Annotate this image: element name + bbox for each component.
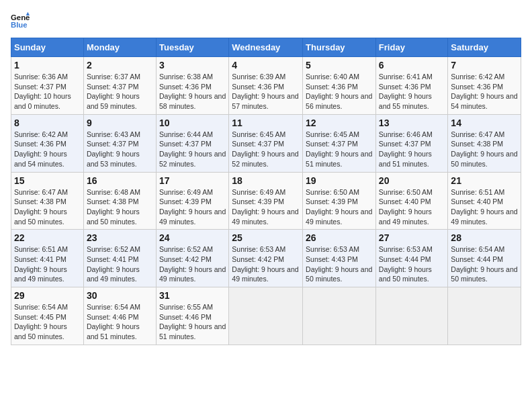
- daylight-label: Daylight: 9 hours and 51 minutes.: [87, 322, 140, 340]
- daylight-label: Daylight: 9 hours and 57 minutes.: [232, 92, 298, 110]
- day-info: Sunrise: 6:52 AM Sunset: 4:41 PM Dayligh…: [87, 244, 153, 284]
- sunset-label: Sunset: 4:36 PM: [232, 83, 284, 91]
- day-info: Sunrise: 6:55 AM Sunset: 4:46 PM Dayligh…: [159, 302, 226, 342]
- day-number: 28: [451, 232, 518, 243]
- day-info: Sunrise: 6:53 AM Sunset: 4:43 PM Dayligh…: [306, 244, 373, 284]
- day-info: Sunrise: 6:50 AM Sunset: 4:40 PM Dayligh…: [379, 187, 445, 227]
- daylight-label: Daylight: 9 hours and 51 minutes.: [379, 150, 432, 168]
- sunrise-label: Sunrise: 6:44 AM: [159, 130, 213, 138]
- sunrise-label: Sunrise: 6:52 AM: [87, 245, 140, 253]
- sunrise-label: Sunrise: 6:51 AM: [451, 188, 504, 196]
- day-info: Sunrise: 6:49 AM Sunset: 4:39 PM Dayligh…: [159, 187, 226, 227]
- day-number: 30: [87, 290, 153, 301]
- day-cell: 11 Sunrise: 6:45 AM Sunset: 4:37 PM Dayl…: [229, 114, 303, 172]
- sunset-label: Sunset: 4:36 PM: [306, 83, 358, 91]
- sunset-label: Sunset: 4:41 PM: [14, 255, 66, 263]
- day-number: 15: [14, 175, 81, 186]
- day-number: 16: [87, 175, 153, 186]
- day-number: 14: [451, 118, 518, 128]
- day-cell: 5 Sunrise: 6:40 AM Sunset: 4:36 PM Dayli…: [303, 57, 376, 115]
- day-cell: 12 Sunrise: 6:45 AM Sunset: 4:37 PM Dayl…: [303, 114, 376, 172]
- day-number: 25: [232, 232, 300, 243]
- day-cell: 28 Sunrise: 6:54 AM Sunset: 4:44 PM Dayl…: [448, 230, 521, 287]
- daylight-label: Daylight: 9 hours and 49 minutes.: [379, 208, 432, 226]
- day-info: Sunrise: 6:48 AM Sunset: 4:38 PM Dayligh…: [87, 187, 153, 227]
- sunrise-label: Sunrise: 6:40 AM: [306, 73, 359, 81]
- sunrise-label: Sunrise: 6:36 AM: [14, 73, 68, 81]
- week-row-2: 8 Sunrise: 6:42 AM Sunset: 4:36 PM Dayli…: [11, 114, 521, 172]
- daylight-label: Daylight: 9 hours and 49 minutes.: [306, 208, 372, 226]
- sunrise-label: Sunrise: 6:53 AM: [232, 245, 285, 253]
- sunset-label: Sunset: 4:44 PM: [451, 255, 503, 263]
- day-number: 22: [14, 232, 81, 243]
- sunset-label: Sunset: 4:37 PM: [232, 140, 284, 148]
- sunrise-label: Sunrise: 6:37 AM: [87, 73, 140, 81]
- sunset-label: Sunset: 4:38 PM: [451, 140, 503, 148]
- day-info: Sunrise: 6:45 AM Sunset: 4:37 PM Dayligh…: [232, 130, 300, 169]
- sunrise-label: Sunrise: 6:53 AM: [306, 245, 359, 253]
- sunset-label: Sunset: 4:40 PM: [379, 197, 431, 205]
- day-info: Sunrise: 6:54 AM Sunset: 4:46 PM Dayligh…: [87, 302, 153, 342]
- daylight-label: Daylight: 9 hours and 50 minutes.: [451, 265, 517, 283]
- calendar-body: 1 Sunrise: 6:36 AM Sunset: 4:37 PM Dayli…: [11, 57, 521, 345]
- day-cell: 30 Sunrise: 6:54 AM Sunset: 4:46 PM Dayl…: [83, 287, 156, 345]
- day-cell: 10 Sunrise: 6:44 AM Sunset: 4:37 PM Dayl…: [157, 114, 229, 172]
- day-info: Sunrise: 6:45 AM Sunset: 4:37 PM Dayligh…: [306, 130, 373, 169]
- sunset-label: Sunset: 4:42 PM: [232, 255, 284, 263]
- daylight-label: Daylight: 9 hours and 50 minutes.: [14, 322, 67, 340]
- day-info: Sunrise: 6:41 AM Sunset: 4:36 PM Dayligh…: [379, 72, 445, 111]
- day-cell: 14 Sunrise: 6:47 AM Sunset: 4:38 PM Dayl…: [448, 114, 521, 172]
- sunset-label: Sunset: 4:39 PM: [159, 197, 212, 205]
- daylight-label: Daylight: 9 hours and 54 minutes.: [14, 150, 67, 168]
- sunset-label: Sunset: 4:40 PM: [451, 197, 503, 205]
- daylight-label: Daylight: 9 hours and 56 minutes.: [306, 92, 372, 110]
- sunrise-label: Sunrise: 6:38 AM: [159, 73, 213, 81]
- sunrise-label: Sunrise: 6:41 AM: [379, 73, 433, 81]
- logo-icon: General Blue: [11, 11, 30, 30]
- day-cell: 15 Sunrise: 6:47 AM Sunset: 4:38 PM Dayl…: [11, 172, 84, 230]
- sunrise-label: Sunrise: 6:53 AM: [379, 245, 433, 253]
- day-cell: [303, 287, 376, 345]
- day-number: 23: [87, 232, 153, 243]
- sunset-label: Sunset: 4:44 PM: [379, 255, 431, 263]
- column-header-wednesday: Wednesday: [229, 38, 303, 57]
- day-cell: 24 Sunrise: 6:52 AM Sunset: 4:42 PM Dayl…: [157, 230, 229, 287]
- daylight-label: Daylight: 9 hours and 50 minutes.: [14, 208, 67, 226]
- day-number: 21: [451, 175, 518, 186]
- day-cell: 21 Sunrise: 6:51 AM Sunset: 4:40 PM Dayl…: [448, 172, 521, 230]
- day-cell: 25 Sunrise: 6:53 AM Sunset: 4:42 PM Dayl…: [229, 230, 303, 287]
- daylight-label: Daylight: 9 hours and 49 minutes.: [14, 265, 67, 283]
- day-number: 27: [379, 232, 445, 243]
- sunrise-label: Sunrise: 6:45 AM: [306, 130, 359, 138]
- day-cell: 7 Sunrise: 6:42 AM Sunset: 4:36 PM Dayli…: [448, 57, 521, 115]
- daylight-label: Daylight: 9 hours and 49 minutes.: [232, 265, 298, 283]
- daylight-label: Daylight: 9 hours and 49 minutes.: [159, 208, 226, 226]
- daylight-label: Daylight: 9 hours and 50 minutes.: [379, 265, 432, 283]
- day-cell: [375, 287, 448, 345]
- column-header-saturday: Saturday: [448, 38, 521, 57]
- sunset-label: Sunset: 4:39 PM: [232, 197, 284, 205]
- day-cell: 26 Sunrise: 6:53 AM Sunset: 4:43 PM Dayl…: [303, 230, 376, 287]
- sunrise-label: Sunrise: 6:54 AM: [87, 303, 140, 311]
- day-info: Sunrise: 6:47 AM Sunset: 4:38 PM Dayligh…: [451, 130, 518, 169]
- day-info: Sunrise: 6:36 AM Sunset: 4:37 PM Dayligh…: [14, 72, 81, 111]
- sunrise-label: Sunrise: 6:47 AM: [14, 188, 68, 196]
- sunrise-label: Sunrise: 6:47 AM: [451, 130, 504, 138]
- sunset-label: Sunset: 4:46 PM: [87, 313, 139, 321]
- sunset-label: Sunset: 4:41 PM: [87, 255, 139, 263]
- day-cell: 27 Sunrise: 6:53 AM Sunset: 4:44 PM Dayl…: [375, 230, 448, 287]
- day-number: 10: [159, 118, 226, 128]
- sunset-label: Sunset: 4:42 PM: [159, 255, 212, 263]
- daylight-label: Daylight: 9 hours and 52 minutes.: [232, 150, 298, 168]
- day-cell: 31 Sunrise: 6:55 AM Sunset: 4:46 PM Dayl…: [157, 287, 229, 345]
- day-number: 24: [159, 232, 226, 243]
- day-info: Sunrise: 6:46 AM Sunset: 4:37 PM Dayligh…: [379, 130, 445, 169]
- day-number: 8: [14, 118, 81, 128]
- calendar-header-row: SundayMondayTuesdayWednesdayThursdayFrid…: [11, 38, 521, 57]
- day-cell: [448, 287, 521, 345]
- day-cell: 23 Sunrise: 6:52 AM Sunset: 4:41 PM Dayl…: [83, 230, 156, 287]
- sunrise-label: Sunrise: 6:49 AM: [232, 188, 285, 196]
- column-header-sunday: Sunday: [11, 38, 84, 57]
- column-header-friday: Friday: [375, 38, 448, 57]
- daylight-label: Daylight: 9 hours and 49 minutes.: [87, 265, 140, 283]
